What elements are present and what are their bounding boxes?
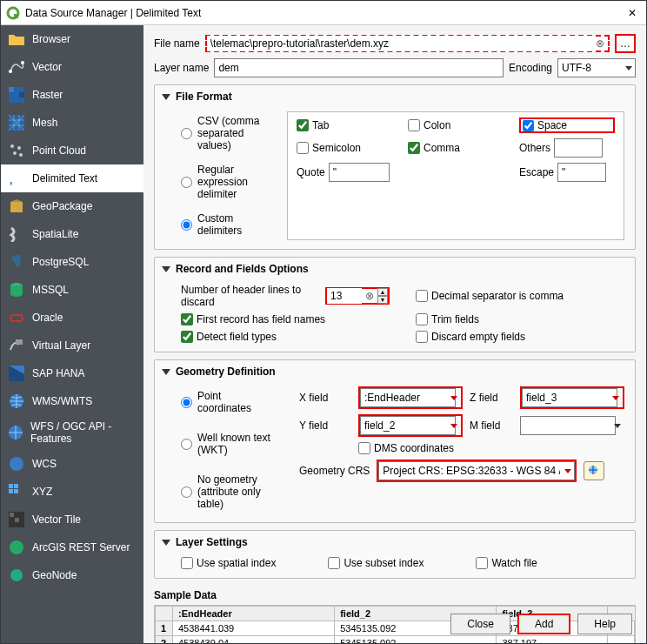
chevron-down-icon[interactable] xyxy=(162,540,170,546)
regex-radio[interactable] xyxy=(181,177,192,188)
wkt-radio[interactable] xyxy=(181,439,192,450)
yfield-select[interactable]: field_2 xyxy=(360,416,456,435)
svg-rect-14 xyxy=(10,315,23,321)
clear-icon[interactable]: ⊗ xyxy=(362,290,377,302)
comma-icon: , xyxy=(8,170,25,187)
geonode-icon xyxy=(8,567,25,584)
sidebar-item-xyz[interactable]: XYZ xyxy=(1,478,143,506)
encoding-label: Encoding xyxy=(509,62,552,74)
svg-point-27 xyxy=(10,540,23,554)
sidebar-item-label: Delimited Text xyxy=(32,172,97,184)
sidebar-item-label: Oracle xyxy=(32,312,63,324)
quote-input[interactable] xyxy=(329,163,390,182)
add-button[interactable]: Add xyxy=(517,614,570,634)
escape-input[interactable] xyxy=(557,163,606,182)
sidebar-item-label: Virtual Layer xyxy=(32,339,90,352)
vector-icon xyxy=(8,58,25,76)
close-icon[interactable]: ✕ xyxy=(624,7,641,19)
svg-rect-21 xyxy=(14,484,18,488)
sidebar-item-raster[interactable]: Raster xyxy=(1,81,143,109)
firstrec-check[interactable] xyxy=(181,313,193,325)
sidebar-item-mssql[interactable]: MSSQL xyxy=(1,276,143,304)
sidebar-item-geopackage[interactable]: GeoPackage xyxy=(1,192,143,220)
point-radio[interactable] xyxy=(181,397,192,408)
sidebar-item-mesh[interactable]: Mesh xyxy=(1,109,143,137)
filename-label: File name xyxy=(154,37,200,50)
layername-input[interactable] xyxy=(214,58,504,77)
sidebar-item-virtual[interactable]: Virtual Layer xyxy=(1,332,143,359)
svg-point-19 xyxy=(10,457,23,471)
sidebar-item-vector[interactable]: Vector xyxy=(1,53,143,81)
vectortile-icon xyxy=(8,511,25,528)
chevron-down-icon[interactable] xyxy=(162,266,170,272)
mssql-icon xyxy=(8,281,25,299)
sidebar-item-label: Vector xyxy=(32,61,62,73)
csv-radio[interactable] xyxy=(181,128,192,139)
detect-check[interactable] xyxy=(181,331,193,343)
section-title: Geometry Definition xyxy=(176,366,276,378)
sidebar-item-saphana[interactable]: SAP HANA xyxy=(1,359,143,387)
layername-label: Layer name xyxy=(154,62,209,74)
discard-input[interactable] xyxy=(327,288,362,304)
sidebar-item-wms[interactable]: WMS/WMTS xyxy=(1,387,143,415)
section-title: File Format xyxy=(176,91,232,103)
crs-select[interactable]: Project CRS: EPSG:32633 - WGS 84 / U xyxy=(378,461,575,480)
close-button[interactable]: Close xyxy=(450,614,510,634)
svg-text:,: , xyxy=(10,174,12,186)
spatial-check[interactable] xyxy=(181,557,193,569)
sidebar-item-vectortile[interactable]: Vector Tile xyxy=(1,506,143,533)
spinner[interactable]: ▲▼ xyxy=(377,288,388,304)
custom-radio[interactable] xyxy=(181,219,192,231)
sidebar-item-spatialite[interactable]: SpatiaLite xyxy=(1,220,143,248)
help-button[interactable]: Help xyxy=(577,614,632,634)
tab-check[interactable] xyxy=(297,119,309,131)
zfield-select[interactable]: field_3 xyxy=(522,388,617,407)
encoding-select[interactable]: UTF-8 xyxy=(557,58,636,77)
dms-check[interactable] xyxy=(358,442,370,454)
nogeom-radio[interactable] xyxy=(181,486,192,498)
qgis-icon xyxy=(6,6,20,20)
watch-check[interactable] xyxy=(476,557,488,569)
svg-rect-5 xyxy=(9,87,14,92)
discardempty-check[interactable] xyxy=(416,331,428,343)
oracle-icon xyxy=(8,309,25,326)
sidebar-item-label: GeoNode xyxy=(32,569,77,581)
clear-icon[interactable]: ⊗ xyxy=(592,37,608,50)
sidebar-item-label: PostgreSQL xyxy=(32,256,89,268)
filename-input[interactable] xyxy=(207,36,592,51)
sidebar-item-wcs[interactable]: WCS xyxy=(1,450,143,478)
section-title: Record and Fields Options xyxy=(176,263,309,275)
chevron-down-icon[interactable] xyxy=(162,369,170,375)
saphana-icon xyxy=(8,365,25,382)
chevron-down-icon[interactable] xyxy=(162,94,170,100)
sidebar-item-wfs[interactable]: WFS / OGC API - Features xyxy=(1,415,143,450)
sidebar-item-label: WFS / OGC API - Features xyxy=(30,420,137,445)
mfield-select[interactable] xyxy=(520,416,616,435)
sidebar-item-label: Mesh xyxy=(32,117,57,129)
svg-rect-20 xyxy=(9,484,13,488)
sidebar-item-browser[interactable]: Browser xyxy=(1,25,143,53)
sidebar-item-label: GeoPackage xyxy=(32,200,92,212)
sidebar-item-pointcloud[interactable]: Point Cloud xyxy=(1,137,143,164)
semicolon-check[interactable] xyxy=(297,142,309,154)
trim-check[interactable] xyxy=(416,313,428,325)
geopackage-icon xyxy=(8,198,25,215)
others-input[interactable] xyxy=(554,138,603,158)
decimal-check[interactable] xyxy=(416,290,428,302)
space-check[interactable] xyxy=(523,120,534,131)
sidebar-item-label: Raster xyxy=(32,89,63,101)
svg-rect-15 xyxy=(16,339,23,345)
xfield-select[interactable]: :EndHeader xyxy=(360,388,456,407)
sidebar-item-label: ArcGIS REST Server xyxy=(32,541,130,553)
sidebar-item-arcgis[interactable]: ArcGIS REST Server xyxy=(1,533,143,561)
sidebar: Browser Vector Raster Mesh Point Cloud ,… xyxy=(1,25,143,643)
sidebar-item-oracle[interactable]: Oracle xyxy=(1,304,143,332)
sidebar-item-geonode[interactable]: GeoNode xyxy=(1,561,143,589)
colon-check[interactable] xyxy=(408,119,420,131)
comma-check[interactable] xyxy=(408,142,420,154)
crs-picker-button[interactable] xyxy=(584,461,604,480)
sidebar-item-delimited[interactable]: ,Delimited Text xyxy=(1,164,143,192)
subset-check[interactable] xyxy=(328,557,340,569)
sidebar-item-postgresql[interactable]: PostgreSQL xyxy=(1,248,143,276)
browse-button[interactable]: … xyxy=(615,34,636,53)
